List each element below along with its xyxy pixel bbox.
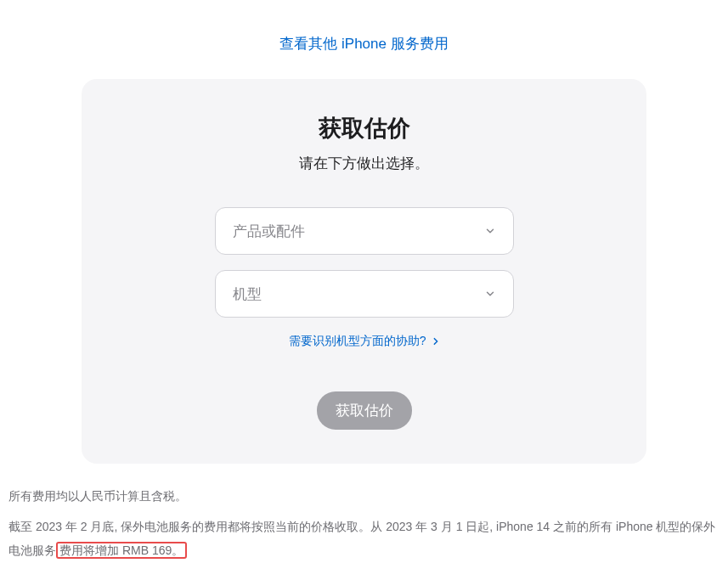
footer-text: 所有费用均以人民币计算且含税。 截至 2023 年 2 月底, 保外电池服务的费… xyxy=(8,464,720,562)
estimate-card: 获取估价 请在下方做出选择。 产品或配件 机型 需要识别机型方面的协助? xyxy=(82,79,646,464)
get-estimate-button[interactable]: 获取估价 xyxy=(317,391,412,430)
model-select[interactable]: 机型 xyxy=(215,270,514,318)
other-services-link[interactable]: 查看其他 iPhone 服务费用 xyxy=(279,36,448,52)
product-select[interactable]: 产品或配件 xyxy=(215,207,514,255)
help-link-label: 需要识别机型方面的协助? xyxy=(289,334,426,347)
footer-line1: 所有费用均以人民币计算且含税。 xyxy=(8,484,720,508)
select-group: 产品或配件 机型 xyxy=(215,207,514,318)
chevron-right-icon xyxy=(432,334,439,347)
footer-line2: 截至 2023 年 2 月底, 保外电池服务的费用都将按照当前的价格收取。从 2… xyxy=(8,515,720,562)
model-select-placeholder: 机型 xyxy=(233,284,484,304)
highlighted-price-change: 费用将增加 RMB 169。 xyxy=(56,542,187,559)
card-title: 获取估价 xyxy=(116,113,612,144)
top-link-row: 查看其他 iPhone 服务费用 xyxy=(8,0,720,79)
identify-model-help-link[interactable]: 需要识别机型方面的协助? xyxy=(289,334,440,347)
submit-row: 获取估价 xyxy=(116,391,612,430)
chevron-down-icon xyxy=(484,225,496,237)
card-subtitle: 请在下方做出选择。 xyxy=(116,154,612,173)
chevron-down-icon xyxy=(484,288,496,300)
product-select-placeholder: 产品或配件 xyxy=(233,222,484,241)
help-link-row: 需要识别机型方面的协助? xyxy=(116,333,612,349)
